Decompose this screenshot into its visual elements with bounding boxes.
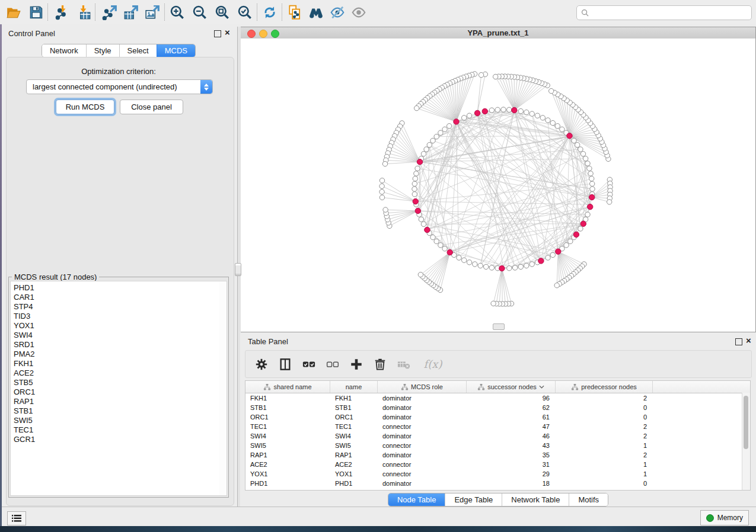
save-session-icon[interactable] <box>26 2 46 22</box>
table-row[interactable]: TEC1TEC1connector472 <box>245 422 750 431</box>
clone-network-icon[interactable] <box>285 2 305 22</box>
column-header-shared-name[interactable]: shared name <box>245 381 330 393</box>
mcds-list-scrollbar[interactable] <box>219 281 227 496</box>
mcds-list-item[interactable]: RAP1 <box>11 397 219 406</box>
zoom-selected-icon[interactable] <box>235 2 255 22</box>
refresh-icon[interactable] <box>260 2 280 22</box>
mcds-list-item[interactable]: SWI5 <box>11 416 219 425</box>
open-file-icon[interactable] <box>4 2 24 22</box>
tab-motifs[interactable]: Motifs <box>569 493 608 506</box>
import-table-icon[interactable] <box>74 2 94 22</box>
node-table[interactable]: shared namenameMCDS rolesuccessor nodesp… <box>245 380 751 491</box>
mcds-list-item[interactable]: FKH1 <box>11 359 219 368</box>
table-cell: FKH1 <box>330 393 378 403</box>
select-all-icon[interactable] <box>301 357 317 372</box>
control-panel-float-icon[interactable] <box>214 30 221 37</box>
tab-edge-table[interactable]: Edge Table <box>445 493 502 506</box>
settings-icon[interactable] <box>254 357 269 372</box>
table-panel-close-icon[interactable]: × <box>746 338 751 344</box>
export-image-icon[interactable] <box>142 2 162 22</box>
table-cell: 62 <box>467 403 556 412</box>
table-cell: dominator <box>378 479 467 488</box>
table-cell: 0 <box>556 412 653 422</box>
task-history-button[interactable] <box>7 511 26 525</box>
mcds-result-list[interactable]: PHD1CAR1STP4TID3YOX1SWI4SRD1PMA2FKH1ACE2… <box>10 281 220 496</box>
column-header-predecessor-nodes[interactable]: predecessor nodes <box>556 381 653 393</box>
table-cell: SWI4 <box>245 431 330 441</box>
find-icon[interactable] <box>306 2 326 22</box>
table-row[interactable]: ORC1ORC1dominator610 <box>245 412 750 422</box>
search-box[interactable] <box>576 5 752 20</box>
table-cell: YOX1 <box>245 469 330 479</box>
import-network-icon[interactable] <box>52 2 72 22</box>
table-row[interactable]: RAP1RAP1dominator352 <box>245 450 750 460</box>
table-body: FKH1FKH1dominator962STB1STB1dominator620… <box>245 393 750 488</box>
horizontal-divider-grabber[interactable] <box>493 323 505 330</box>
control-panel-close-icon[interactable]: × <box>225 30 230 36</box>
run-mcds-button[interactable]: Run MCDS <box>56 100 114 114</box>
mcds-list-item[interactable]: PMA2 <box>11 350 219 359</box>
table-panel: Table Panel × f(x) shared namenameMCDS r… <box>240 332 756 507</box>
table-row[interactable]: ACE2ACE2connector311 <box>245 460 750 469</box>
table-row[interactable]: SWI5SWI5connector431 <box>245 441 750 450</box>
export-network-icon[interactable] <box>100 2 120 22</box>
mcds-list-item[interactable]: STB1 <box>11 406 219 416</box>
mcds-list-item[interactable]: ORC1 <box>11 387 219 397</box>
show-all-icon[interactable] <box>349 2 369 22</box>
mcds-list-item[interactable]: STP4 <box>11 302 219 312</box>
table-panel-float-icon[interactable] <box>735 338 742 345</box>
network-view[interactable] <box>241 39 755 332</box>
tab-node-table[interactable]: Node Table <box>388 493 445 506</box>
mcds-list-item[interactable]: SRD1 <box>11 340 219 350</box>
table-row[interactable]: FKH1FKH1dominator962 <box>245 393 750 403</box>
function-builder-icon: f(x) <box>420 357 446 372</box>
mcds-list-item[interactable]: STB5 <box>11 378 219 387</box>
table-cell: 46 <box>467 431 556 441</box>
control-panel-title: Control Panel <box>8 29 55 38</box>
column-header-mcds-role[interactable]: MCDS role <box>378 381 467 393</box>
mcds-list-item[interactable]: TEC1 <box>11 425 219 435</box>
mcds-list-item[interactable]: GCR1 <box>11 435 219 444</box>
mcds-list-item[interactable]: SWI4 <box>11 331 219 340</box>
mcds-list-item[interactable]: PHD1 <box>11 283 219 293</box>
mcds-list-item[interactable]: CAR1 <box>11 293 219 302</box>
mcds-list-item[interactable]: TID3 <box>11 312 219 321</box>
add-column-icon[interactable] <box>349 357 364 372</box>
show-columns-icon[interactable] <box>277 357 293 372</box>
zoom-out-icon[interactable] <box>190 2 210 22</box>
table-header-row: shared namenameMCDS rolesuccessor nodesp… <box>245 381 750 393</box>
search-input[interactable] <box>589 7 751 19</box>
mcds-list-item[interactable]: YOX1 <box>11 321 219 331</box>
table-cell: RAP1 <box>245 450 330 460</box>
memory-button[interactable]: Memory <box>700 510 749 525</box>
close-panel-button[interactable]: Close panel <box>120 100 183 114</box>
tab-style[interactable]: Style <box>86 44 119 57</box>
table-scrollbar[interactable] <box>742 393 750 490</box>
table-cell: FKH1 <box>245 393 330 403</box>
table-cell: 61 <box>467 412 556 422</box>
table-row[interactable]: PHD1PHD1dominator180 <box>245 479 750 488</box>
zoom-in-icon[interactable] <box>167 2 187 22</box>
table-cell: 47 <box>467 422 556 431</box>
table-cell: ACE2 <box>245 460 330 469</box>
vertical-divider-grabber[interactable] <box>235 263 241 276</box>
tab-mcds[interactable]: MCDS <box>157 44 195 57</box>
deselect-all-icon[interactable] <box>325 357 340 372</box>
table-row[interactable]: YOX1YOX1connector291 <box>245 469 750 479</box>
criterion-dropdown[interactable]: largest connected component (undirected) <box>26 79 213 94</box>
export-table-icon[interactable] <box>121 2 141 22</box>
network-window-titlebar[interactable]: YPA_prune.txt_1 <box>241 27 755 39</box>
table-row[interactable]: STB1STB1dominator620 <box>245 403 750 412</box>
mcds-list-item[interactable]: ACE2 <box>11 368 219 378</box>
tab-select[interactable]: Select <box>119 44 157 57</box>
hide-selected-icon[interactable] <box>327 2 347 22</box>
column-header-successor-nodes[interactable]: successor nodes <box>467 381 556 393</box>
search-icon <box>581 9 589 17</box>
column-header-name[interactable]: name <box>330 381 378 393</box>
tab-network-table[interactable]: Network Table <box>502 493 569 506</box>
zoom-fit-icon[interactable] <box>212 2 232 22</box>
tab-network[interactable]: Network <box>42 44 86 57</box>
table-row[interactable]: SWI4SWI4dominator462 <box>245 431 750 441</box>
table-scrollbar-thumb[interactable] <box>744 396 748 449</box>
delete-column-icon[interactable] <box>372 357 388 372</box>
